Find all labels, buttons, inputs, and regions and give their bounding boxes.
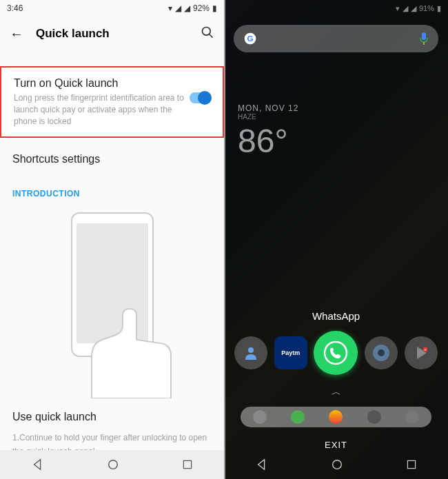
page-title: Quick launch — [36, 27, 201, 41]
slider-app[interactable] — [329, 410, 343, 424]
battery-percent: 92% — [193, 3, 210, 13]
svg-point-11 — [378, 349, 385, 356]
quick-launch-toggle[interactable] — [190, 92, 210, 103]
screenshot-divider — [224, 0, 225, 479]
step-1: 1.Continue to hold your finger after unl… — [12, 431, 212, 450]
toggle-title: Turn on Quick launch — [14, 77, 190, 90]
search-icon[interactable] — [201, 26, 214, 43]
header: ← Quick launch — [0, 17, 224, 51]
weather-date: MON, NOV 12 — [238, 103, 298, 113]
svg-point-8 — [248, 347, 254, 353]
signal-icon: ◢ — [175, 3, 181, 13]
whatsapp-icon — [323, 340, 348, 365]
svg-rect-3 — [183, 460, 191, 468]
slider-app[interactable] — [253, 410, 267, 424]
content[interactable]: Turn on Quick launch Long press the fing… — [0, 51, 224, 450]
svg-point-2 — [108, 460, 117, 469]
introduction-label: INTRODUCTION — [0, 174, 224, 205]
quick-launch-dock: Paytm + — [231, 331, 441, 375]
toggle-description: Long press the fingerprint identificatio… — [14, 92, 190, 127]
battery-icon: ▮ — [212, 3, 217, 13]
nav-recent-icon[interactable] — [406, 459, 417, 470]
shortcuts-settings-item[interactable]: Shortcuts settings — [0, 138, 224, 174]
chevron-up-icon[interactable]: ︿ — [224, 386, 448, 398]
svg-point-9 — [325, 342, 347, 364]
svg-rect-15 — [407, 460, 415, 468]
weather-condition: HAZE — [238, 113, 298, 121]
slider-app[interactable] — [291, 410, 305, 424]
battery-icon: ▮ — [437, 4, 441, 13]
svg-rect-6 — [422, 32, 426, 40]
weather-temperature: 86° — [238, 122, 298, 160]
hand-icon — [64, 302, 188, 398]
dock-app-google[interactable] — [234, 336, 267, 369]
slider-app[interactable] — [367, 410, 381, 424]
google-logo-icon: G — [243, 32, 257, 45]
phone-illustration — [50, 212, 174, 391]
lockscreen-quick-launch: ▾ ◢ ◢ 91% ▮ G MON, NOV 12 HAZE 86° Whats… — [224, 0, 448, 479]
weather-widget: MON, NOV 12 HAZE 86° — [238, 103, 298, 160]
nav-recent-icon[interactable] — [182, 459, 193, 470]
svg-text:G: G — [247, 34, 253, 43]
app-shortcut-slider[interactable] — [241, 407, 431, 427]
slider-app[interactable] — [405, 410, 419, 424]
nav-home-icon[interactable] — [107, 458, 119, 471]
dock-app-whatsapp[interactable] — [314, 331, 358, 375]
status-time: 3:46 — [7, 3, 23, 13]
instructions: 1.Continue to hold your finger after unl… — [0, 431, 224, 450]
wifi-icon: ▾ — [396, 4, 400, 13]
back-icon[interactable]: ← — [10, 26, 23, 42]
selected-app-label: WhatsApp — [224, 310, 448, 322]
status-bar: ▾ ◢ ◢ 91% ▮ — [224, 0, 448, 17]
nav-home-icon[interactable] — [331, 458, 343, 471]
nav-back-icon[interactable] — [256, 458, 268, 471]
svg-text:+: + — [424, 347, 427, 351]
dock-app-camera[interactable] — [365, 336, 398, 369]
svg-line-1 — [210, 34, 213, 37]
svg-point-14 — [332, 460, 341, 469]
signal-icon: ◢ — [411, 4, 416, 13]
signal-icon: ◢ — [184, 3, 190, 13]
dock-app-playstore[interactable]: + — [405, 336, 438, 369]
wifi-icon: ▾ — [168, 3, 172, 13]
google-search-bar[interactable]: G — [234, 25, 438, 52]
status-bar: 3:46 ▾ ◢ ◢ 92% ▮ — [0, 0, 224, 17]
mic-icon[interactable] — [419, 32, 429, 45]
nav-back-icon[interactable] — [32, 458, 44, 471]
navigation-bar — [0, 450, 224, 479]
svg-point-0 — [203, 27, 211, 35]
battery-percent: 91% — [419, 4, 434, 12]
navigation-bar — [224, 450, 448, 479]
signal-icon: ◢ — [403, 4, 408, 13]
exit-button[interactable]: EXIT — [224, 440, 448, 450]
dock-app-paytm[interactable]: Paytm — [274, 336, 307, 369]
settings-screen: 3:46 ▾ ◢ ◢ 92% ▮ ← Quick launch Turn on … — [0, 0, 224, 479]
quick-launch-toggle-card: Turn on Quick launch Long press the fing… — [0, 66, 224, 138]
